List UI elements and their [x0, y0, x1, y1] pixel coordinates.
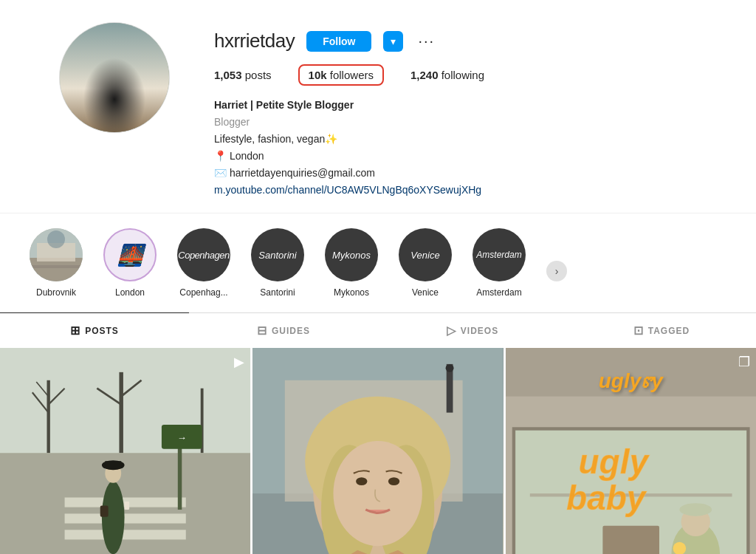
posts-grid: → ▶ — [0, 348, 756, 554]
tab-tagged[interactable]: ⊡ TAGGED — [567, 312, 756, 348]
svg-rect-21 — [0, 348, 250, 453]
svg-point-54 — [388, 477, 399, 485]
email-icon: ✉️ — [214, 167, 227, 179]
posts-count: 1,053 — [214, 69, 242, 81]
post-1-badge: ▶ — [234, 354, 244, 370]
avatar-svg — [60, 23, 169, 132]
tab-guides[interactable]: ⊟ GUIDES — [189, 312, 378, 348]
tagged-tab-icon: ⊡ — [633, 324, 644, 338]
videos-tab-icon: ▷ — [447, 324, 456, 338]
svg-rect-12 — [60, 109, 169, 112]
highlight-circle-dubrovnik — [30, 228, 83, 281]
highlights-scroll-right[interactable]: › — [546, 261, 567, 281]
svg-point-6 — [87, 50, 114, 77]
followers-label: followers — [330, 69, 374, 81]
posts-stat[interactable]: 1,053 posts — [214, 69, 272, 81]
post-item-3[interactable]: ugly baby ugly baby — [506, 348, 756, 554]
svg-rect-32 — [65, 513, 186, 523]
following-stat[interactable]: 1,240 following — [410, 69, 484, 81]
santorini-text: Santorini — [258, 250, 296, 261]
highlight-label-copenhagen: Copenhag... — [179, 287, 227, 298]
videos-tab-label: VIDEOS — [461, 326, 498, 336]
bio-section: Harriet | Petite Style Blogger Blogger L… — [214, 98, 726, 198]
svg-point-53 — [356, 477, 367, 485]
highlight-item-london[interactable]: 🌉 London — [103, 228, 157, 298]
posts-tab-label: POSTS — [85, 326, 119, 336]
post-thumbnail-3: ugly baby ugly baby — [506, 348, 756, 554]
svg-point-66 — [679, 503, 712, 516]
svg-rect-37 — [105, 461, 121, 468]
svg-rect-39 — [125, 502, 130, 510]
posts-label: posts — [245, 69, 272, 81]
svg-point-7 — [86, 48, 114, 69]
svg-rect-3 — [118, 38, 151, 41]
highlight-item-santorini[interactable]: Santorini Santorini — [251, 228, 304, 298]
copenhagen-text: Copenhagen — [178, 250, 229, 261]
post-item-1[interactable]: → ▶ — [0, 348, 250, 554]
svg-rect-38 — [100, 505, 109, 516]
svg-rect-14 — [60, 120, 169, 123]
svg-rect-4 — [60, 103, 169, 132]
highlight-item-dubrovnik[interactable]: Dubrovnik — [30, 228, 83, 298]
tab-videos[interactable]: ▷ VIDEOS — [378, 312, 567, 348]
profile-top-row: hxrrietday Follow ▾ ··· — [214, 30, 726, 52]
svg-point-19 — [47, 230, 65, 248]
bio-location: 📍 London — [214, 148, 726, 164]
youtube-link[interactable]: m.youtube.com/channel/UC8AW5VLNgBq6oXYSe… — [214, 184, 481, 196]
bio-email: ✉️ harrietdayenquiries@gmail.com — [214, 165, 726, 181]
highlight-item-mykonos[interactable]: Mykonos Mykonos — [325, 228, 378, 298]
highlight-item-copenhagen[interactable]: Copenhagen Copenhag... — [177, 228, 230, 298]
follow-button[interactable]: Follow — [306, 31, 371, 52]
svg-point-11 — [145, 54, 163, 86]
post-3-badge: ❐ — [738, 354, 750, 370]
bio-link[interactable]: m.youtube.com/channel/UC8AW5VLNgBq6oXYSe… — [214, 182, 726, 198]
svg-text:baby: baby — [566, 479, 647, 517]
dropdown-button[interactable]: ▾ — [383, 31, 403, 52]
highlight-label-santorini: Santorini — [260, 287, 295, 298]
avatar[interactable] — [59, 22, 170, 133]
followers-stat[interactable]: 10k followers — [298, 64, 384, 86]
highlight-circle-venice: Venice — [399, 228, 452, 281]
svg-rect-9 — [87, 96, 96, 108]
tagged-tab-label: TAGGED — [648, 326, 690, 336]
post-thumbnail-1: → — [0, 348, 250, 554]
svg-point-34 — [102, 482, 125, 554]
svg-point-10 — [63, 55, 86, 92]
dubrovnik-thumbnail — [30, 228, 83, 281]
stats-row: 1,053 posts 10k followers 1,240 followin… — [214, 64, 726, 86]
tab-posts[interactable]: ⊞ POSTS — [0, 312, 189, 348]
highlight-label-dubrovnik: Dubrovnik — [36, 287, 76, 298]
chevron-down-icon: ▾ — [391, 35, 396, 47]
svg-rect-13 — [60, 114, 169, 117]
followers-count: 10k — [309, 69, 327, 81]
post-item-2[interactable] — [252, 348, 503, 554]
email-text: harrietdayenquiries@gmail.com — [230, 167, 375, 179]
mykonos-text: Mykonos — [332, 250, 371, 261]
amsterdam-text: Amsterdam — [476, 250, 521, 260]
svg-rect-33 — [65, 530, 186, 539]
bio-category: Blogger — [214, 114, 726, 130]
highlight-item-venice[interactable]: Venice Venice — [399, 228, 452, 298]
profile-info: hxrrietday Follow ▾ ··· 1,053 posts 10k … — [214, 22, 726, 198]
location-text: London — [230, 150, 264, 162]
venice-text: Venice — [410, 250, 439, 261]
profile-section: hxrrietday Follow ▾ ··· 1,053 posts 10k … — [0, 0, 756, 213]
bio-name: Harriet | Petite Style Blogger — [214, 98, 726, 113]
highlight-label-venice: Venice — [412, 287, 439, 298]
more-options-button[interactable]: ··· — [415, 33, 438, 49]
posts-tab-icon: ⊞ — [70, 324, 80, 338]
highlight-circle-london: 🌉 — [103, 228, 157, 281]
avatar-image — [60, 23, 169, 132]
highlights-section: Dubrovnik 🌉 London Copenhagen Copenhag..… — [0, 213, 756, 305]
highlight-circle-santorini: Santorini — [251, 228, 304, 281]
svg-point-5 — [86, 66, 114, 117]
location-pin-icon: 📍 — [214, 150, 227, 162]
page-container: hxrrietday Follow ▾ ··· 1,053 posts 10k … — [0, 0, 756, 554]
chevron-right-icon: › — [555, 265, 559, 277]
highlight-item-amsterdam[interactable]: Amsterdam Amsterdam — [472, 228, 526, 298]
highlight-label-amsterdam: Amsterdam — [476, 287, 521, 298]
svg-rect-1 — [60, 23, 169, 132]
highlight-label-mykonos: Mykonos — [334, 287, 369, 298]
highlight-circle-amsterdam: Amsterdam — [472, 228, 526, 281]
guides-tab-label: GUIDES — [272, 326, 310, 336]
